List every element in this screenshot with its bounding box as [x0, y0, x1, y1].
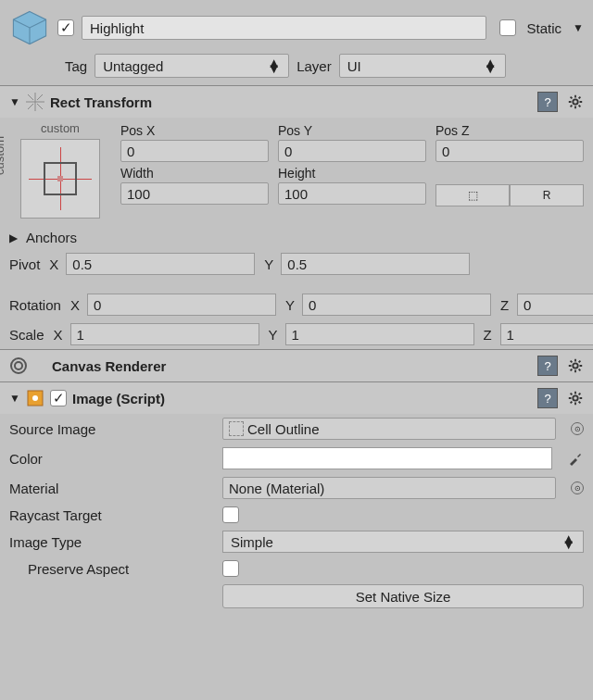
material-field[interactable]: None (Material) — [222, 477, 556, 499]
static-checkbox[interactable] — [499, 19, 516, 36]
gear-icon[interactable] — [567, 390, 584, 406]
tag-label: Tag — [65, 58, 87, 74]
help-icon[interactable]: ? — [537, 388, 558, 408]
gameobject-name-field[interactable] — [82, 16, 486, 40]
rect-transform-title: Rect Transform — [50, 94, 532, 110]
static-label: Static — [527, 20, 562, 36]
object-picker-icon[interactable]: ⊙ — [571, 422, 584, 435]
height-field[interactable] — [278, 182, 426, 205]
svg-line-5 — [37, 94, 43, 100]
svg-point-9 — [11, 358, 26, 373]
svg-point-8 — [573, 99, 577, 104]
scale-z-field[interactable] — [500, 323, 593, 345]
anchor-preset-top-label: custom — [9, 121, 111, 135]
svg-line-4 — [28, 94, 33, 100]
posz-label: Pos Z — [435, 121, 584, 140]
pivot-x-field[interactable] — [66, 253, 255, 275]
anchors-label: Anchors — [26, 230, 77, 245]
foldout-icon[interactable]: ▼ — [9, 392, 20, 405]
color-label: Color — [9, 451, 213, 467]
image-title: Image (Script) — [72, 391, 532, 406]
posy-label: Pos Y — [278, 121, 426, 140]
updown-icon: ▲▼ — [561, 536, 575, 547]
tag-dropdown[interactable]: Untagged ▲▼ — [95, 54, 289, 78]
preserve-aspect-label: Preserve Aspect — [9, 561, 213, 577]
tag-value: Untagged — [103, 58, 163, 74]
rotation-y-field[interactable] — [302, 294, 491, 316]
canvas-renderer-title: Canvas Renderer — [52, 358, 532, 374]
image-enabled-checkbox[interactable]: ✓ — [50, 390, 67, 406]
help-icon[interactable]: ? — [537, 92, 558, 112]
posy-field[interactable] — [278, 140, 426, 162]
anchors-foldout-icon[interactable]: ▶ — [9, 231, 20, 244]
raycast-target-label: Raycast Target — [9, 507, 213, 523]
pivot-label: Pivot — [9, 256, 40, 272]
anchor-preset-button[interactable] — [20, 139, 100, 219]
eyedropper-icon[interactable] — [567, 450, 584, 467]
image-type-dropdown[interactable]: Simple ▲▼ — [222, 531, 584, 553]
svg-point-14 — [573, 395, 577, 400]
svg-line-6 — [28, 104, 33, 109]
svg-point-11 — [573, 363, 577, 368]
svg-point-13 — [32, 395, 38, 401]
help-icon[interactable]: ? — [537, 356, 558, 376]
width-field[interactable] — [120, 182, 269, 205]
rect-transform-icon — [26, 93, 44, 111]
gear-icon[interactable] — [567, 94, 584, 110]
static-dropdown-icon[interactable]: ▼ — [573, 21, 584, 34]
scale-label: Scale — [9, 327, 44, 343]
svg-line-7 — [37, 104, 43, 109]
cube-icon — [9, 7, 50, 48]
object-picker-icon[interactable]: ⊙ — [571, 481, 584, 494]
posx-label: Pos X — [120, 121, 269, 140]
image-component-icon — [26, 389, 44, 407]
set-native-size-button[interactable]: Set Native Size — [222, 584, 584, 608]
updown-icon: ▲▼ — [267, 60, 281, 71]
anchor-preset-side-label: custom — [0, 136, 6, 175]
scale-y-field[interactable] — [285, 323, 474, 345]
foldout-icon[interactable]: ▼ — [9, 95, 20, 108]
scale-x-field[interactable] — [70, 323, 259, 345]
rotation-z-field[interactable] — [517, 294, 593, 316]
raw-edit-button[interactable]: R — [510, 184, 584, 206]
posx-field[interactable] — [120, 140, 269, 162]
preserve-aspect-checkbox[interactable] — [222, 560, 239, 577]
canvas-renderer-icon — [9, 356, 28, 375]
material-label: Material — [9, 481, 213, 496]
pivot-y-field[interactable] — [281, 253, 470, 275]
raycast-target-checkbox[interactable] — [222, 506, 239, 523]
layer-dropdown[interactable]: UI ▲▼ — [339, 54, 506, 78]
source-image-field[interactable]: Cell Outline — [222, 418, 556, 440]
svg-point-10 — [15, 362, 22, 369]
gear-icon[interactable] — [567, 357, 584, 374]
layer-label: Layer — [296, 58, 332, 74]
sprite-icon — [229, 421, 244, 436]
posz-field[interactable] — [435, 140, 584, 162]
layer-value: UI — [347, 58, 361, 74]
color-field[interactable] — [222, 447, 552, 469]
active-checkbox[interactable]: ✓ — [57, 19, 74, 36]
image-type-label: Image Type — [9, 534, 213, 550]
blueprint-mode-button[interactable]: ⬚ — [435, 184, 510, 206]
source-image-label: Source Image — [9, 421, 213, 437]
rotation-x-field[interactable] — [87, 294, 276, 316]
rotation-label: Rotation — [9, 297, 61, 313]
height-label: Height — [278, 164, 426, 182]
width-label: Width — [120, 164, 269, 182]
updown-icon: ▲▼ — [484, 60, 498, 71]
